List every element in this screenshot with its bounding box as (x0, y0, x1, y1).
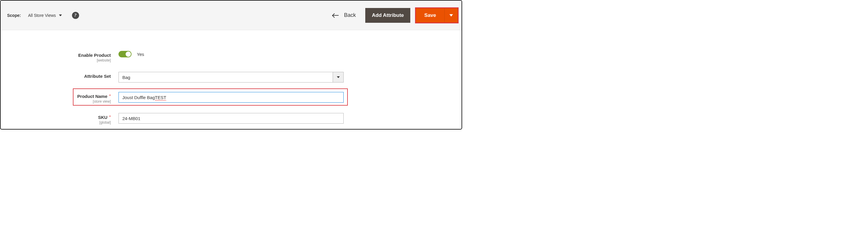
add-attribute-button[interactable]: Add Attribute (365, 8, 410, 23)
enable-product-scope: [website] (1, 58, 111, 62)
caret-down-icon (450, 14, 453, 16)
attribute-set-value: Bag (119, 72, 333, 82)
row-product-name: Product Name* [store view] Joust Duffle … (1, 92, 462, 104)
row-enable-product: Enable Product [website] Yes (1, 51, 462, 62)
back-link[interactable]: Back (333, 12, 356, 19)
save-button[interactable]: Save (416, 8, 444, 23)
toggle-knob (126, 51, 131, 57)
attribute-set-select[interactable]: Bag (119, 72, 344, 82)
caret-down-icon (59, 14, 62, 16)
save-button-group: Save (415, 7, 459, 23)
arrow-left-icon (333, 13, 339, 18)
product-name-scope: [store view] (1, 99, 111, 104)
product-name-input[interactable]: Joust Duffle Bag TEST (119, 92, 344, 103)
required-indicator: * (109, 114, 111, 119)
enable-product-toggle[interactable] (119, 51, 131, 58)
save-dropdown-button[interactable] (444, 8, 458, 23)
scope-dropdown[interactable]: All Store Views (28, 13, 62, 18)
sku-input[interactable] (119, 113, 344, 123)
sku-label: SKU (98, 115, 107, 120)
row-attribute-set: Attribute Set Bag (1, 72, 462, 82)
product-name-value-prefix: Joust Duffle Bag (122, 95, 155, 100)
row-sku: SKU* [global] (1, 113, 462, 124)
product-form: Enable Product [website] Yes Attribute S… (1, 30, 462, 124)
scope-value: All Store Views (28, 13, 56, 18)
product-name-value-suffix: TEST (155, 95, 166, 100)
product-name-label: Product Name (77, 94, 107, 99)
help-icon[interactable]: ? (72, 12, 79, 19)
scope-label: Scope: (7, 13, 21, 18)
enable-product-label: Enable Product (1, 52, 111, 58)
back-label: Back (344, 12, 356, 19)
caret-down-icon (337, 76, 340, 78)
enable-product-value-label: Yes (137, 52, 144, 57)
spellcheck-squiggle-icon (155, 100, 166, 101)
required-indicator: * (109, 94, 111, 98)
attribute-set-label: Attribute Set (1, 74, 111, 79)
page-header: Scope: All Store Views ? Back Add Attrib… (1, 1, 462, 30)
select-dropdown-button[interactable] (333, 72, 343, 82)
sku-scope: [global] (1, 120, 111, 124)
